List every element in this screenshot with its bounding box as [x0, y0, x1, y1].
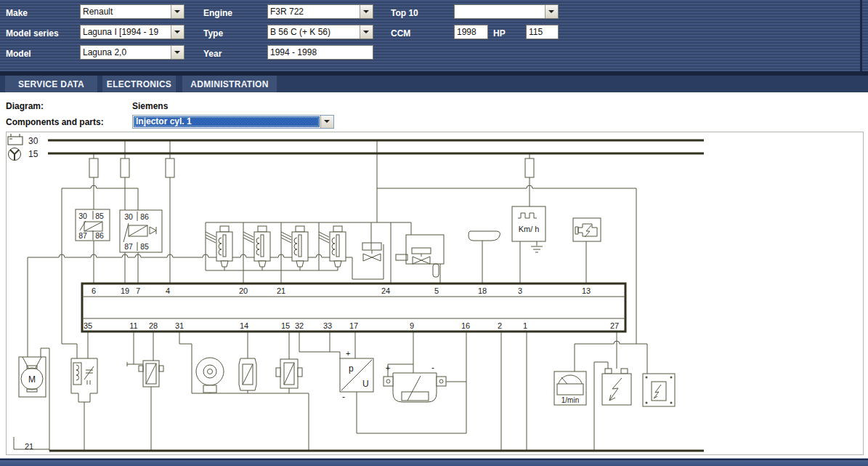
- ecu-pin-label: 2: [498, 321, 502, 330]
- components-label: Components and parts:: [6, 117, 104, 127]
- ecu-box: 61974202124518313 3511283114153233179162…: [82, 284, 625, 332]
- chevron-down-icon[interactable]: [545, 5, 558, 18]
- fuse-icon: [89, 158, 98, 177]
- chevron-down-icon[interactable]: [171, 25, 184, 39]
- make-select[interactable]: Renault: [80, 4, 184, 19]
- ccm-field[interactable]: 1998: [454, 25, 488, 39]
- tab-electronics[interactable]: ELECTRONICS: [102, 76, 176, 92]
- top10-label: Top 10: [391, 8, 418, 18]
- fuse-icon: [525, 158, 534, 177]
- ignition-module: [643, 374, 675, 406]
- battery-icon: [8, 134, 23, 145]
- top10-select[interactable]: [454, 4, 559, 19]
- ecu-pin-label: 7: [136, 286, 140, 295]
- ecu-pin-label: 9: [410, 321, 414, 330]
- idle-actuator: [362, 243, 381, 261]
- model-select[interactable]: Laguna 2,0: [80, 45, 184, 60]
- svg-text:+: +: [346, 349, 350, 358]
- chevron-down-icon[interactable]: [360, 5, 373, 18]
- ecu-pin-label: 35: [84, 321, 92, 330]
- content-area: Diagram: Siemens Components and parts: I…: [0, 92, 868, 458]
- svg-text:+: +: [386, 363, 390, 372]
- ecu-pin-label: 33: [323, 321, 332, 330]
- type-select[interactable]: B 56 C (+ K 56): [267, 25, 373, 39]
- injector-4: [319, 226, 346, 267]
- ecu-pin-label: 11: [129, 321, 137, 330]
- injector-1: [206, 226, 232, 267]
- purge-valve: [396, 235, 444, 277]
- components-selected-value: Injector cyl. 1: [134, 116, 320, 127]
- wiring-diagram: 61974202124518313 3511283114153233179162…: [6, 132, 864, 455]
- rpm-gauge-label: 1/min: [561, 396, 579, 404]
- year-field[interactable]: 1994 - 1998: [267, 45, 373, 60]
- wiring-diagram-svg: 61974202124518313 3511283114153233179162…: [7, 132, 863, 454]
- model-series-select[interactable]: Laguna I [1994 - 19: [80, 25, 184, 39]
- ecu-pin-label: 20: [239, 286, 248, 295]
- svg-text:p: p: [349, 363, 354, 374]
- ignition-switch-icon: [9, 148, 21, 161]
- check-engine-icon: [573, 218, 601, 241]
- ignition-coil: [602, 369, 631, 405]
- speed-sensor: [512, 206, 545, 241]
- svg-text:-: -: [431, 363, 434, 373]
- vehicle-header: Make Model series Model Renault Laguna I…: [0, 0, 868, 72]
- svg-text:30: 30: [124, 212, 133, 221]
- coolant-temp-sensor: [239, 358, 256, 390]
- engine-select[interactable]: F3R 722: [267, 4, 373, 19]
- status-footer: [0, 458, 868, 466]
- fuse-icon: [166, 158, 174, 177]
- ecu-pin-label: 28: [149, 321, 158, 330]
- components-combobox[interactable]: Injector cyl. 1: [132, 115, 334, 129]
- window-edge: [860, 0, 862, 71]
- idle-stepper-motor: [196, 358, 224, 393]
- menu-bar: SERVICE DATA ELECTRONICS ADMINISTRATION: [0, 76, 868, 92]
- model-series-label: Model series: [6, 28, 59, 39]
- ecu-pin-label: 14: [240, 321, 248, 330]
- hp-field[interactable]: 115: [526, 25, 559, 39]
- chevron-down-icon[interactable]: [360, 25, 373, 39]
- tab-service-data[interactable]: SERVICE DATA: [5, 76, 97, 92]
- svg-text:86: 86: [140, 212, 149, 221]
- chevron-down-icon[interactable]: [171, 46, 184, 59]
- injectors: [206, 226, 346, 267]
- svg-text:85: 85: [95, 212, 104, 220]
- svg-text:U: U: [362, 379, 369, 389]
- intake-component: [469, 231, 500, 241]
- ecu-pin-label: 15: [281, 321, 290, 330]
- ecu-pin-label: 17: [349, 321, 358, 330]
- ccm-label: CCM: [391, 28, 410, 39]
- ecu-pin-label: 19: [121, 286, 129, 295]
- tab-administration[interactable]: ADMINISTRATION: [182, 76, 277, 92]
- type-label: Type: [203, 28, 223, 39]
- app-window: Make Model series Model Renault Laguna I…: [0, 0, 868, 466]
- svg-text:87: 87: [124, 242, 133, 251]
- bus-15-label: 15: [28, 149, 38, 159]
- ecu-pin-label: 27: [610, 321, 619, 330]
- fuse-icon: [121, 158, 129, 177]
- injector-2: [243, 226, 270, 267]
- ecu-pin-label: 5: [434, 286, 439, 295]
- chevron-down-icon[interactable]: [171, 5, 184, 18]
- engine-label: Engine: [203, 8, 232, 18]
- ecu-pin-label: 21: [277, 286, 285, 295]
- make-label: Make: [6, 8, 28, 18]
- svg-text:30: 30: [78, 212, 87, 220]
- ecu-pin-label: 32: [295, 321, 304, 330]
- svg-text:86: 86: [95, 231, 104, 240]
- injector-3: [281, 226, 308, 267]
- year-label: Year: [203, 49, 222, 59]
- diagram-label: Diagram:: [6, 101, 44, 111]
- ecu-pin-label: 3: [518, 286, 522, 295]
- chevron-down-icon[interactable]: [320, 116, 333, 128]
- crank-sensor: [384, 373, 446, 402]
- svg-text:85: 85: [140, 242, 149, 251]
- diagram-value: Siemens: [132, 101, 168, 111]
- svg-text:87: 87: [78, 231, 87, 240]
- ecu-pin-label: 13: [582, 286, 591, 295]
- ecu-pin-label: 6: [92, 286, 96, 295]
- speed-sensor-label: Km/ h: [519, 225, 540, 233]
- motor-label: M: [28, 374, 36, 385]
- ecu-pin-label: 1: [523, 321, 527, 330]
- ecu-pin-label: 4: [166, 286, 170, 295]
- ignition-coil-connector: [71, 358, 97, 402]
